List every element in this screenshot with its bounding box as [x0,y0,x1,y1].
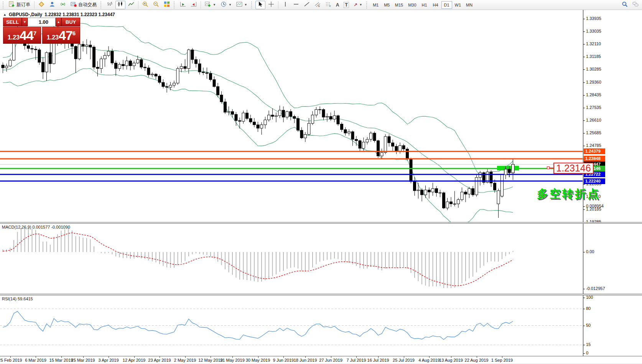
text-button[interactable]: A [334,1,341,9]
price-tag: 1.24379 [584,148,605,154]
chevron-down-icon: ▼ [213,3,216,7]
rsi-chart[interactable] [0,295,583,356]
toolbar-grip[interactable] [100,2,103,8]
tab-timeframe-H4[interactable]: H4 [430,1,441,9]
sell-button[interactable]: SELL [3,18,22,26]
signals-icon [60,1,66,8]
price-axis-tick [583,57,585,57]
channel-button[interactable]: E [313,1,323,9]
toolbar-grip[interactable] [174,2,176,8]
date-label: 6 Mar 2019 [25,358,46,362]
rsi-pane: 1008050150 RSI(14) 59.6415 [0,295,642,356]
new-order-button[interactable]: 新订单 [7,1,32,9]
market-watch-icon [38,1,44,8]
new-order-label: 新订单 [16,2,30,8]
time-axis[interactable]: 25 Feb 20196 Mar 201915 Mar 201925 Mar 2… [0,356,642,364]
macd-chart[interactable] [0,224,583,294]
auto-scroll-button[interactable] [178,1,188,9]
fibonacci-button[interactable]: F [323,1,333,9]
candle-body [380,153,383,156]
navigator-button[interactable] [47,1,57,9]
collapse-arrow-icon[interactable]: ▲ [3,13,7,16]
buy-price[interactable]: 1.23476 [42,27,80,44]
periods-button[interactable]: ▼ [219,1,234,9]
rsi-tick-label: 0 [586,351,588,355]
vertical-line-button[interactable] [280,1,290,9]
tab-timeframe-MN[interactable]: MN [464,1,475,9]
tab-timeframe-H1[interactable]: H1 [419,1,430,9]
zoom-out-icon [153,1,159,8]
candle-body [395,146,398,151]
volume-up-button[interactable]: ▲ [56,18,61,26]
candle-body [417,190,420,191]
buy-button[interactable]: BUY [61,18,80,26]
market-watch-button[interactable] [36,1,46,9]
search-icon [622,1,628,8]
price-tag: 1.22240 [584,178,605,184]
turning-point-annotation[interactable]: 多空转折点 [537,186,600,202]
chart-shift-button[interactable] [189,1,199,9]
rsi-name: RSI(14) [2,296,16,301]
rsi-axis[interactable]: 1008050150 [583,295,642,356]
candle-body [2,65,4,68]
candle-body [133,63,135,66]
tile-windows-button[interactable] [162,1,172,9]
zoom-out-button[interactable] [151,1,161,9]
tab-timeframe-D1[interactable]: D1 [441,1,452,9]
date-label: 15 Mar 2019 [49,358,73,362]
date-label: 25 Feb 2019 [0,358,22,362]
toolbar-grip[interactable] [251,2,254,8]
candle-body [282,110,285,117]
candle-chart-button[interactable] [115,1,125,9]
tab-timeframe-M5[interactable]: M5 [382,1,392,9]
search-button[interactable] [620,1,630,9]
candle-body [118,64,121,69]
horizontal-line-button[interactable] [291,1,301,9]
price-axis-tick [583,82,585,83]
price-callout[interactable]: 1.23146 [553,163,594,174]
volume-down-button[interactable]: ▼ [22,18,28,26]
tab-timeframe-M15[interactable]: M15 [393,1,405,9]
crosshair-button[interactable] [266,1,276,9]
line-chart-button[interactable] [126,1,136,9]
sell-price[interactable]: 1.23447 [3,27,41,44]
candle-body [257,125,259,128]
candle-body [494,183,496,190]
horizontal-line-icon [293,1,299,8]
candle-body [235,114,237,120]
tab-timeframe-M1[interactable]: M1 [370,1,381,9]
trendline-button[interactable] [302,1,312,9]
arrows-button[interactable]: ↗▼ [352,1,364,9]
indicators-icon [205,1,211,8]
macd-axis[interactable]: 0.0089540.00-0.012957 [583,224,642,294]
toolbar-grip[interactable] [366,2,369,8]
date-label: 4 Aug 2019 [418,358,440,362]
line-chart-icon [128,1,134,8]
candle-body [239,120,241,121]
toolbar-grip[interactable] [3,2,5,8]
candle-body [428,190,431,192]
price-chart[interactable] [0,10,583,222]
callout-anchor[interactable] [547,166,550,169]
zoom-in-button[interactable] [140,1,150,9]
autotrade-button[interactable]: 自动交易 [69,1,99,9]
candle-body [344,130,347,133]
signals-button[interactable] [58,1,68,9]
bar-chart-button[interactable] [105,1,115,9]
templates-button[interactable]: ▼ [234,1,249,9]
bollinger-middle-band [3,46,513,193]
label-button[interactable]: T [342,1,351,9]
tab-timeframe-M30[interactable]: M30 [406,1,418,9]
candle-body [209,73,212,79]
candle-body [74,46,77,59]
candle-body [249,119,252,122]
symbol-period-label: GBPUSD-,Daily [9,12,42,17]
candle-body [329,117,332,119]
date-label: 18 Jun 2019 [294,358,317,362]
tab-timeframe-W1[interactable]: W1 [453,1,464,9]
chat-button[interactable] [630,1,640,9]
volume-input[interactable]: 1.00 [28,18,56,26]
candle-body [260,125,263,128]
indicators-button[interactable]: ▼ [203,1,218,9]
cursor-button[interactable] [255,1,265,9]
